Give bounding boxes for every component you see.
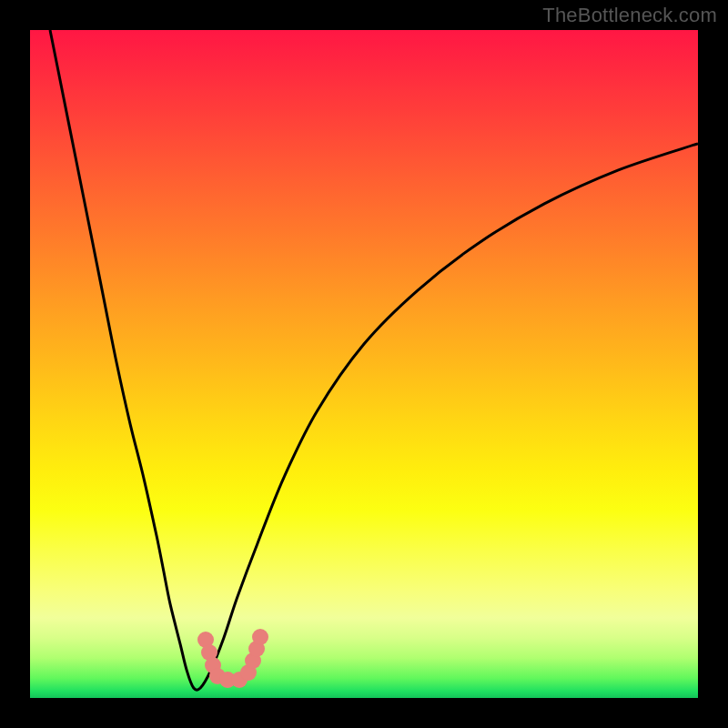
ideal-zone-markers <box>197 629 268 688</box>
chart-overlay <box>30 30 698 698</box>
ideal-zone-dot <box>252 629 268 645</box>
chart-frame: TheBottleneck.com <box>0 0 728 728</box>
watermark-text: TheBottleneck.com <box>542 4 717 27</box>
bottleneck-curve <box>50 30 698 690</box>
